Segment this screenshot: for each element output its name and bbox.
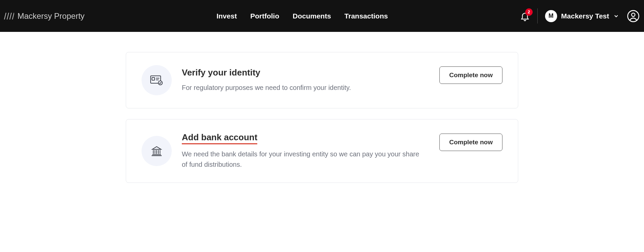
header-right: 2 M Mackersy Test [520, 8, 640, 23]
user-display-name: Mackersy Test [561, 12, 609, 20]
main-nav: Invest Portfolio Documents Transactions [216, 12, 388, 20]
bank-icon [142, 136, 172, 166]
task-title: Add bank account [182, 132, 257, 144]
app-header: Mackersy Property Invest Portfolio Docum… [0, 0, 644, 32]
task-content: Verify your identity For regulatory purp… [182, 67, 429, 93]
brand-logo[interactable]: Mackersy Property [4, 11, 85, 21]
avatar-initial: M [545, 10, 557, 22]
complete-now-button[interactable]: Complete now [439, 66, 502, 84]
task-description: For regulatory purposes we need to confi… [182, 83, 420, 93]
task-title: Verify your identity [182, 67, 260, 78]
task-description: We need the bank details for your invest… [182, 149, 420, 170]
notifications-count-badge: 2 [525, 8, 533, 16]
brand-name: Mackersy Property [17, 11, 85, 21]
task-content: Add bank account We need the bank detail… [182, 132, 429, 170]
chevron-down-icon [613, 13, 619, 19]
user-circle-icon [627, 10, 640, 22]
nav-documents[interactable]: Documents [292, 12, 331, 20]
complete-now-button[interactable]: Complete now [439, 134, 502, 151]
header-separator [537, 8, 538, 23]
svg-point-1 [632, 13, 635, 16]
nav-invest[interactable]: Invest [216, 12, 237, 20]
svg-rect-3 [152, 78, 155, 80]
task-card-add-bank-account: Add bank account We need the bank detail… [126, 119, 518, 183]
nav-portfolio[interactable]: Portfolio [250, 12, 279, 20]
profile-button[interactable] [627, 9, 640, 23]
nav-transactions[interactable]: Transactions [344, 12, 388, 20]
account-switcher[interactable]: M Mackersy Test [545, 10, 619, 22]
brand-mark-icon [4, 12, 14, 20]
onboarding-tasks: Verify your identity For regulatory purp… [0, 32, 644, 210]
task-card-verify-identity: Verify your identity For regulatory purp… [126, 52, 518, 108]
notifications-button[interactable]: 2 [520, 11, 530, 21]
id-card-icon [142, 65, 172, 95]
